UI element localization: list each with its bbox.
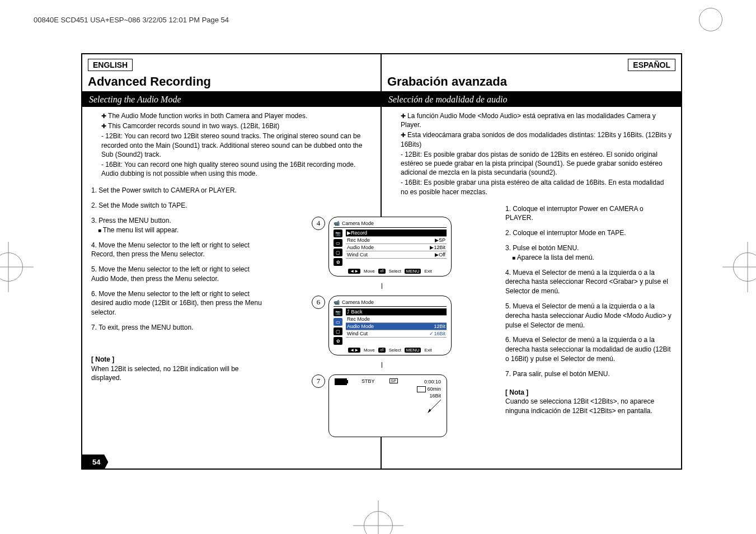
display-icon: ▢ bbox=[334, 327, 342, 335]
content-frame: ENGLISH Advanced Recording Selecting the… bbox=[81, 53, 682, 470]
step-en-6: 6. Move the Menu selector to the left or… bbox=[91, 289, 265, 317]
callout-arrow-icon bbox=[425, 399, 442, 415]
osd4-select: Select bbox=[389, 269, 401, 274]
nav-arrows-icon: ◄► bbox=[348, 269, 360, 274]
figure-6-number: 6 bbox=[312, 296, 325, 309]
preview-screen: STBY SP 0:00:10 60min 16Bit bbox=[328, 374, 447, 437]
osd6-r3l: Wind Cut bbox=[347, 331, 368, 336]
step-en-1: 1. Set the Power switch to CAMERA or PLA… bbox=[91, 186, 265, 195]
step-en-4: 4. Move the Menu selector to the left or… bbox=[91, 241, 265, 260]
osd-screen-4: 📹 Camera Mode 📷 ▭ ▢ ✿ ▶Record Rec Mode▶S… bbox=[328, 217, 452, 277]
intro-en-2: This Camcorder records sound in two ways… bbox=[101, 121, 372, 130]
timecode: 0:00:10 bbox=[417, 378, 441, 386]
svg-marker-1 bbox=[428, 409, 431, 413]
job-info-text: 00840E SCD451 USA+ESP~086 3/22/05 12:01 … bbox=[34, 16, 229, 24]
osd4-move: Move bbox=[364, 269, 375, 274]
tape-icon-active: ▭ bbox=[334, 318, 342, 326]
menu-key-icon: MENU bbox=[405, 348, 421, 353]
osd6-exit: Exit bbox=[424, 348, 431, 353]
stby-label: STBY bbox=[361, 378, 375, 384]
osd6-r2l: Audio Mode bbox=[347, 324, 374, 329]
svg-line-0 bbox=[430, 400, 441, 411]
connector-line-2 bbox=[382, 362, 382, 368]
osd4-r3r: ▶Off bbox=[435, 252, 445, 257]
intro-en-d1: 12Bit: You can record two 12Bit stereo s… bbox=[101, 132, 372, 159]
step-es-7: 7. Para salir, pulse el botón MENU. bbox=[505, 369, 672, 379]
print-job-header: 00840E SCD451 USA+ESP~086 3/22/05 12:01 … bbox=[34, 11, 722, 28]
lang-label-en: ENGLISH bbox=[88, 59, 133, 71]
tape-icon: ▭ bbox=[334, 239, 342, 247]
step-es-2: 2. Coloque el interruptor Mode en TAPE. bbox=[505, 228, 672, 238]
step-es-5: 5. Mueva el Selector de menú a la izquie… bbox=[505, 302, 672, 330]
display-icon: ▢ bbox=[334, 249, 342, 256]
osd4-r3l: Wind Cut bbox=[347, 252, 368, 257]
osd-screen-6: 📹 Camera Mode 📷 ▭ ▢ ✿ ⤴ Back Rec Mode Au… bbox=[328, 296, 452, 355]
sp-badge: SP bbox=[389, 378, 398, 383]
osd6-move: Move bbox=[364, 348, 375, 353]
step-es-1: 1. Coloque el interruptor Power en CAMER… bbox=[505, 204, 672, 223]
subtitle-en: Selecting the Audio Mode bbox=[82, 92, 381, 107]
osd4-exit: Exit bbox=[424, 269, 431, 274]
osd6-r1l: Rec Mode bbox=[347, 316, 370, 322]
intro-es-1: La función Audio Mode <Modo Audio> está … bbox=[401, 111, 672, 129]
battery-icon bbox=[335, 378, 347, 385]
osd4-r1l: Rec Mode bbox=[347, 237, 370, 243]
intro-es-2: Esta videocámara graba sonidos de dos mo… bbox=[401, 130, 672, 148]
select-key-icon: ⏎ bbox=[378, 269, 386, 274]
step-en-3: 3. Press the MENU button. bbox=[91, 217, 171, 224]
camera-icon: 📷 bbox=[334, 308, 342, 316]
crop-mark-bottom bbox=[353, 500, 403, 534]
intro-en-d2: 16Bit: You can record one high quality s… bbox=[101, 160, 372, 178]
steps-es: 1. Coloque el interruptor Power en CAMER… bbox=[496, 201, 681, 419]
title-en: Advanced Recording bbox=[82, 74, 381, 92]
select-key-icon: ⏎ bbox=[378, 348, 386, 353]
subtitle-es: Selección de modalidad de audio bbox=[382, 92, 681, 107]
step-en-7: 7. To exit, press the MENU button. bbox=[91, 323, 265, 332]
figure-4-number: 4 bbox=[312, 217, 325, 230]
note-en: When 12Bit is selected, no 12Bit indicat… bbox=[91, 364, 265, 383]
intro-en: The Audio Mode function works in both Ca… bbox=[82, 107, 381, 182]
intro-en-1: The Audio Mode function works in both Ca… bbox=[101, 111, 372, 120]
osd6-r2r: 12Bit bbox=[434, 324, 445, 329]
step-en-2: 2. Set the Mode switch to TAPE. bbox=[91, 201, 265, 210]
osd4-r2r: ▶12Bit bbox=[430, 245, 445, 250]
camcorder-icon: 📹 bbox=[334, 299, 340, 305]
figure-6: 6 📹 Camera Mode 📷 ▭ ▢ ✿ ⤴ Back Rec Mod bbox=[312, 296, 452, 355]
osd4-title: Camera Mode bbox=[342, 221, 374, 226]
menu-key-icon: MENU bbox=[405, 269, 421, 274]
title-es: Grabación avanzada bbox=[382, 74, 681, 92]
step-es-3b: Aparece la lista del menú. bbox=[512, 254, 594, 261]
step-en-5: 5. Move the Menu selector to the left or… bbox=[91, 265, 265, 284]
gear-icon: ✿ bbox=[334, 337, 342, 345]
tape-remain: 60min bbox=[427, 386, 441, 392]
intro-es-d1: 12Bit: Es posible grabar dos pistas de s… bbox=[401, 150, 672, 177]
step-en-3b: The menu list will appear. bbox=[98, 226, 179, 234]
figure-7: 7 STBY SP 0:00:10 60min 16Bit bbox=[312, 374, 452, 437]
osd6-back: ⤴ Back bbox=[347, 309, 363, 315]
osd6-select: Select bbox=[389, 348, 401, 353]
osd4-r1r: ▶SP bbox=[435, 237, 445, 243]
tape-remain-icon bbox=[417, 386, 426, 392]
step-es-4: 4. Mueva el Selector de menú a la izquie… bbox=[505, 268, 672, 296]
note-es: Cuando se selecciona 12Bit <12Bits>, no … bbox=[505, 397, 672, 416]
gear-icon: ✿ bbox=[334, 258, 342, 266]
nav-arrows-icon: ◄► bbox=[348, 348, 360, 353]
osd4-section: ▶Record bbox=[347, 230, 367, 236]
connector-line-1 bbox=[382, 283, 382, 289]
page-number-badge: 54 bbox=[81, 455, 108, 470]
lang-label-es: ESPAÑOL bbox=[628, 59, 675, 71]
osd4-r2l: Audio Mode bbox=[347, 245, 374, 250]
intro-es: La función Audio Mode <Modo Audio> está … bbox=[382, 107, 681, 201]
figure-7-number: 7 bbox=[312, 374, 325, 388]
step-es-6: 6. Mueva el Selector de menú a la izquie… bbox=[505, 335, 672, 363]
intro-es-d2: 16Bit: Es posible grabar una pista estér… bbox=[401, 178, 672, 196]
note-label-es: [ Nota ] bbox=[505, 388, 672, 397]
steps-en: 1. Set the Power switch to CAMERA or PLA… bbox=[82, 182, 274, 386]
crop-mark-left bbox=[0, 242, 34, 292]
step-es-3: 3. Pulse el botón MENU. bbox=[505, 244, 579, 252]
page-mark-overlay bbox=[699, 8, 722, 31]
figure-stack: 4 📹 Camera Mode 📷 ▭ ▢ ✿ ▶Record Rec Mo bbox=[312, 217, 452, 437]
figure-4: 4 📹 Camera Mode 📷 ▭ ▢ ✿ ▶Record Rec Mo bbox=[312, 217, 452, 277]
camera-icon: 📷 bbox=[334, 229, 342, 237]
registration-circle bbox=[699, 8, 722, 31]
